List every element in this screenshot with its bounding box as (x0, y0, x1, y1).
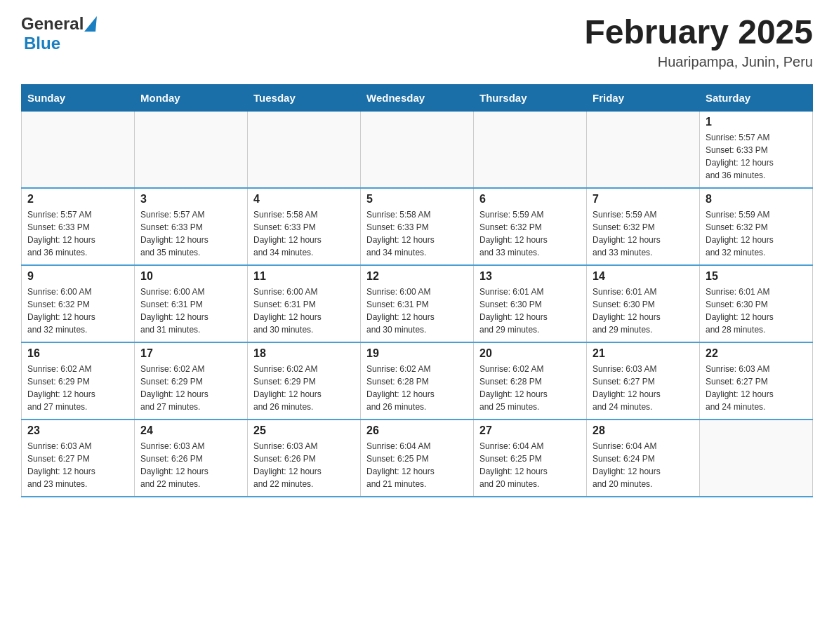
calendar-cell: 26Sunrise: 6:04 AM Sunset: 6:25 PM Dayli… (361, 420, 474, 497)
day-info: Sunrise: 6:01 AM Sunset: 6:30 PM Dayligh… (593, 286, 694, 336)
day-number: 16 (27, 347, 128, 360)
day-number: 27 (479, 424, 581, 437)
day-number: 14 (593, 270, 694, 283)
day-number: 20 (479, 347, 581, 360)
day-number: 18 (253, 347, 355, 360)
calendar-cell: 13Sunrise: 6:01 AM Sunset: 6:30 PM Dayli… (474, 265, 587, 342)
day-info: Sunrise: 6:02 AM Sunset: 6:29 PM Dayligh… (27, 363, 128, 413)
day-number: 26 (366, 424, 468, 437)
day-number: 9 (27, 270, 128, 283)
week-row-5: 23Sunrise: 6:03 AM Sunset: 6:27 PM Dayli… (22, 420, 813, 497)
header-tuesday: Tuesday (248, 84, 361, 111)
day-info: Sunrise: 6:04 AM Sunset: 6:25 PM Dayligh… (479, 440, 581, 490)
calendar-cell: 22Sunrise: 6:03 AM Sunset: 6:27 PM Dayli… (700, 342, 813, 420)
calendar-cell (587, 111, 700, 188)
day-info: Sunrise: 6:03 AM Sunset: 6:26 PM Dayligh… (253, 440, 355, 490)
calendar-cell: 24Sunrise: 6:03 AM Sunset: 6:26 PM Dayli… (135, 420, 248, 497)
calendar-table: SundayMondayTuesdayWednesdayThursdayFrid… (21, 84, 813, 498)
day-info: Sunrise: 5:57 AM Sunset: 6:33 PM Dayligh… (706, 131, 807, 182)
header-sunday: Sunday (22, 84, 135, 111)
logo-general-text: General (21, 14, 84, 34)
day-info: Sunrise: 5:57 AM Sunset: 6:33 PM Dayligh… (140, 208, 241, 259)
day-info: Sunrise: 6:02 AM Sunset: 6:28 PM Dayligh… (479, 363, 581, 413)
calendar-cell: 28Sunrise: 6:04 AM Sunset: 6:24 PM Dayli… (587, 420, 700, 497)
day-info: Sunrise: 6:04 AM Sunset: 6:25 PM Dayligh… (366, 440, 468, 490)
calendar-cell: 1Sunrise: 5:57 AM Sunset: 6:33 PM Daylig… (700, 111, 813, 188)
day-info: Sunrise: 5:58 AM Sunset: 6:33 PM Dayligh… (366, 208, 468, 259)
day-number: 3 (140, 193, 241, 206)
day-info: Sunrise: 6:01 AM Sunset: 6:30 PM Dayligh… (479, 286, 581, 336)
calendar-cell: 9Sunrise: 6:00 AM Sunset: 6:32 PM Daylig… (22, 265, 135, 342)
calendar-cell: 16Sunrise: 6:02 AM Sunset: 6:29 PM Dayli… (22, 342, 135, 420)
week-row-1: 1Sunrise: 5:57 AM Sunset: 6:33 PM Daylig… (22, 111, 813, 188)
calendar-cell: 21Sunrise: 6:03 AM Sunset: 6:27 PM Dayli… (587, 342, 700, 420)
week-row-3: 9Sunrise: 6:00 AM Sunset: 6:32 PM Daylig… (22, 265, 813, 342)
calendar-cell: 12Sunrise: 6:00 AM Sunset: 6:31 PM Dayli… (361, 265, 474, 342)
logo: General Blue (21, 14, 97, 53)
page-header: General Blue February 2025 Huaripampa, J… (21, 14, 813, 70)
day-info: Sunrise: 5:57 AM Sunset: 6:33 PM Dayligh… (27, 208, 128, 259)
day-info: Sunrise: 5:58 AM Sunset: 6:33 PM Dayligh… (253, 208, 355, 259)
day-number: 1 (706, 116, 807, 128)
week-row-2: 2Sunrise: 5:57 AM Sunset: 6:33 PM Daylig… (22, 188, 813, 265)
calendar-cell (700, 420, 813, 497)
calendar-cell: 15Sunrise: 6:01 AM Sunset: 6:30 PM Dayli… (700, 265, 813, 342)
calendar-cell: 4Sunrise: 5:58 AM Sunset: 6:33 PM Daylig… (248, 188, 361, 265)
day-number: 21 (593, 347, 694, 360)
week-row-4: 16Sunrise: 6:02 AM Sunset: 6:29 PM Dayli… (22, 342, 813, 420)
calendar-cell: 27Sunrise: 6:04 AM Sunset: 6:25 PM Dayli… (474, 420, 587, 497)
day-number: 19 (366, 347, 468, 360)
day-info: Sunrise: 5:59 AM Sunset: 6:32 PM Dayligh… (479, 208, 581, 259)
day-number: 2 (27, 193, 128, 206)
day-info: Sunrise: 6:03 AM Sunset: 6:26 PM Dayligh… (140, 440, 241, 490)
day-number: 17 (140, 347, 241, 360)
calendar-cell: 14Sunrise: 6:01 AM Sunset: 6:30 PM Dayli… (587, 265, 700, 342)
day-info: Sunrise: 6:03 AM Sunset: 6:27 PM Dayligh… (706, 363, 807, 413)
day-info: Sunrise: 6:00 AM Sunset: 6:31 PM Dayligh… (366, 286, 468, 336)
calendar-cell: 6Sunrise: 5:59 AM Sunset: 6:32 PM Daylig… (474, 188, 587, 265)
month-title: February 2025 (584, 14, 813, 51)
header-thursday: Thursday (474, 84, 587, 111)
calendar-cell (22, 111, 135, 188)
header-wednesday: Wednesday (361, 84, 474, 111)
day-info: Sunrise: 6:03 AM Sunset: 6:27 PM Dayligh… (27, 440, 128, 490)
day-info: Sunrise: 6:00 AM Sunset: 6:31 PM Dayligh… (140, 286, 241, 336)
logo-triangle-icon (84, 16, 98, 32)
day-info: Sunrise: 6:00 AM Sunset: 6:32 PM Dayligh… (27, 286, 128, 336)
location-text: Huaripampa, Junin, Peru (584, 54, 813, 70)
calendar-cell: 23Sunrise: 6:03 AM Sunset: 6:27 PM Dayli… (22, 420, 135, 497)
day-info: Sunrise: 6:04 AM Sunset: 6:24 PM Dayligh… (593, 440, 694, 490)
day-info: Sunrise: 5:59 AM Sunset: 6:32 PM Dayligh… (706, 208, 807, 259)
day-info: Sunrise: 6:00 AM Sunset: 6:31 PM Dayligh… (253, 286, 355, 336)
day-number: 5 (366, 193, 468, 206)
day-number: 15 (706, 270, 807, 283)
calendar-cell: 7Sunrise: 5:59 AM Sunset: 6:32 PM Daylig… (587, 188, 700, 265)
calendar-cell: 18Sunrise: 6:02 AM Sunset: 6:29 PM Dayli… (248, 342, 361, 420)
day-number: 10 (140, 270, 241, 283)
calendar-cell (135, 111, 248, 188)
title-section: February 2025 Huaripampa, Junin, Peru (584, 14, 813, 70)
day-number: 12 (366, 270, 468, 283)
calendar-cell: 19Sunrise: 6:02 AM Sunset: 6:28 PM Dayli… (361, 342, 474, 420)
logo-blue-text: Blue (24, 34, 60, 53)
day-number: 25 (253, 424, 355, 437)
calendar-cell: 2Sunrise: 5:57 AM Sunset: 6:33 PM Daylig… (22, 188, 135, 265)
calendar-cell: 11Sunrise: 6:00 AM Sunset: 6:31 PM Dayli… (248, 265, 361, 342)
calendar-cell: 10Sunrise: 6:00 AM Sunset: 6:31 PM Dayli… (135, 265, 248, 342)
day-number: 23 (27, 424, 128, 437)
calendar-cell: 17Sunrise: 6:02 AM Sunset: 6:29 PM Dayli… (135, 342, 248, 420)
day-number: 7 (593, 193, 694, 206)
day-number: 24 (140, 424, 241, 437)
day-number: 11 (253, 270, 355, 283)
calendar-cell (474, 111, 587, 188)
day-number: 4 (253, 193, 355, 206)
calendar-cell: 5Sunrise: 5:58 AM Sunset: 6:33 PM Daylig… (361, 188, 474, 265)
calendar-cell: 20Sunrise: 6:02 AM Sunset: 6:28 PM Dayli… (474, 342, 587, 420)
day-info: Sunrise: 6:01 AM Sunset: 6:30 PM Dayligh… (706, 286, 807, 336)
calendar-cell (248, 111, 361, 188)
day-number: 6 (479, 193, 581, 206)
calendar-cell: 25Sunrise: 6:03 AM Sunset: 6:26 PM Dayli… (248, 420, 361, 497)
header-friday: Friday (587, 84, 700, 111)
day-info: Sunrise: 6:02 AM Sunset: 6:29 PM Dayligh… (140, 363, 241, 413)
header-saturday: Saturday (700, 84, 813, 111)
